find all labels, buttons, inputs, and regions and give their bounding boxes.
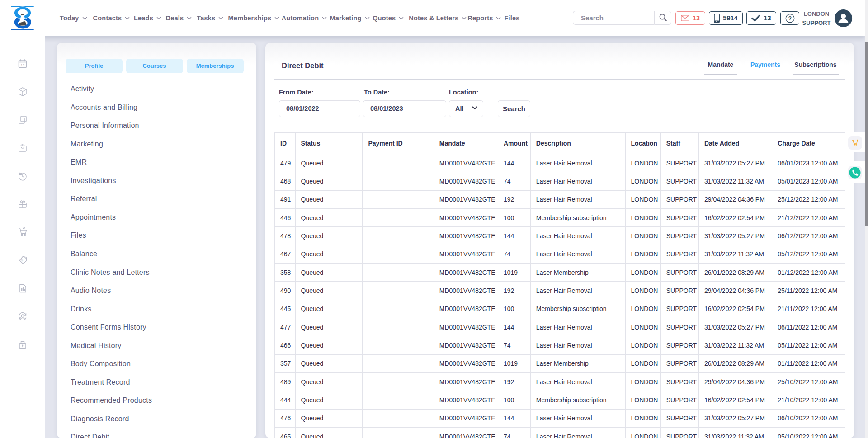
svg-text:12: 12 bbox=[21, 63, 24, 67]
svg-text:?: ? bbox=[788, 15, 791, 21]
svg-text:$: $ bbox=[21, 259, 23, 262]
